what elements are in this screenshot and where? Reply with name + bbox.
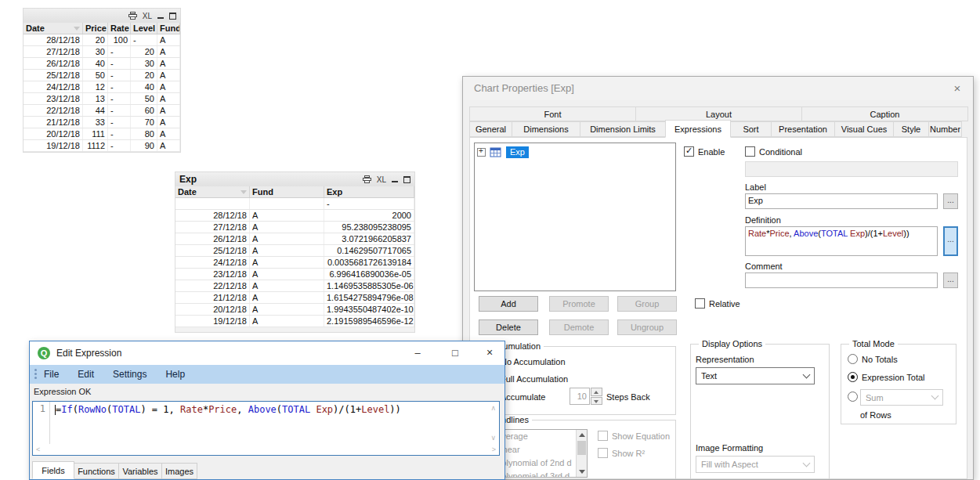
table-cell[interactable]: A — [250, 316, 324, 327]
column-header-date[interactable]: Date — [24, 23, 83, 34]
maximize-icon[interactable]: □ — [446, 345, 465, 362]
table-cell[interactable]: 20/12/18 — [175, 304, 250, 315]
table-cell[interactable]: 3.0721966205837 — [324, 233, 414, 244]
tab-fields[interactable]: Fields — [32, 461, 74, 479]
ungroup-button[interactable]: Ungroup — [617, 319, 677, 335]
minimize-icon[interactable] — [157, 17, 164, 19]
table-cell[interactable]: 50 — [131, 93, 157, 104]
enable-checkbox[interactable] — [684, 146, 694, 157]
tab-dimensions[interactable]: Dimensions — [512, 121, 580, 137]
table-cell[interactable]: 60 — [131, 105, 157, 116]
sum-of-rows-radio[interactable] — [848, 392, 858, 402]
table-cell[interactable]: 20 — [83, 34, 108, 45]
expression-code-line[interactable]: =If(RowNo(TOTAL) = 1, Rate*Price, Above(… — [55, 404, 401, 415]
table-cell[interactable]: 0.0035681726139184 — [324, 257, 414, 268]
steps-back-value[interactable]: 10 — [570, 388, 590, 405]
comment-ellipsis-button[interactable]: ... — [943, 272, 958, 288]
table-cell[interactable]: A — [250, 233, 324, 244]
table-cell[interactable]: 12 — [83, 81, 108, 92]
sum-dropdown[interactable]: Sum — [860, 389, 943, 406]
expression-tree-item[interactable]: Exp — [506, 146, 529, 158]
table-cell[interactable]: A — [157, 81, 180, 92]
table-cell[interactable]: 23/12/18 — [175, 269, 250, 280]
no-totals-radio[interactable] — [848, 354, 858, 364]
menu-help[interactable]: Help — [165, 369, 185, 380]
table-cell[interactable]: 24/12/18 — [24, 81, 83, 92]
table-cell[interactable]: 40 — [83, 58, 108, 69]
price-table-caption[interactable]: XL — [24, 9, 180, 23]
table-cell[interactable]: A — [250, 304, 324, 315]
table-cell[interactable]: 1.9943550487402e-10 — [324, 304, 414, 315]
add-button[interactable]: Add — [479, 296, 538, 312]
printer-icon[interactable] — [128, 12, 137, 20]
tab-style[interactable]: Style — [893, 121, 929, 137]
table-cell[interactable]: A — [250, 269, 324, 280]
table-cell[interactable]: 24/12/18 — [175, 257, 250, 268]
scroll-up-icon[interactable] — [577, 430, 587, 440]
table-cell[interactable]: A — [250, 280, 324, 291]
tab-caption[interactable]: Caption — [801, 106, 968, 121]
table-cell[interactable]: 95.238095238095 — [324, 222, 414, 233]
table-cell[interactable] — [175, 198, 250, 209]
table-cell[interactable]: A — [157, 117, 180, 128]
menu-edit[interactable]: Edit — [78, 369, 94, 380]
menu-file[interactable]: File — [44, 369, 59, 380]
table-cell[interactable]: 111 — [83, 128, 108, 139]
column-header-fund[interactable]: Fund — [157, 23, 180, 34]
table-cell[interactable]: 22/12/18 — [24, 105, 83, 116]
table-cell[interactable]: 28/12/18 — [175, 210, 250, 221]
table-cell[interactable]: 22/12/18 — [175, 280, 250, 291]
menubar-grip-icon[interactable] — [34, 369, 37, 371]
table-cell[interactable]: - — [108, 128, 131, 139]
scroll-up-icon[interactable]: ∧ — [490, 405, 496, 412]
table-cell[interactable]: A — [157, 34, 180, 45]
table-cell[interactable]: A — [157, 46, 180, 57]
table-cell[interactable]: 13 — [83, 93, 108, 104]
tab-number[interactable]: Number — [928, 121, 962, 137]
column-header-price[interactable]: Price — [83, 23, 108, 34]
table-cell[interactable]: 23/12/18 — [24, 93, 83, 104]
table-cell[interactable]: - — [324, 198, 414, 209]
table-cell[interactable]: - — [108, 46, 131, 57]
expand-plus-icon[interactable] — [477, 148, 486, 157]
scroll-left-icon[interactable]: < — [36, 446, 40, 453]
close-icon[interactable]: × — [480, 345, 499, 362]
table-cell[interactable]: - — [131, 34, 157, 45]
table-cell[interactable]: A — [157, 93, 180, 104]
tab-variables[interactable]: Variables — [118, 463, 162, 479]
table-cell[interactable]: - — [108, 58, 131, 69]
table-cell[interactable]: A — [250, 222, 324, 233]
expression-tree-row[interactable]: Exp — [475, 143, 675, 161]
table-cell[interactable]: 40 — [131, 81, 157, 92]
table-cell[interactable]: - — [108, 105, 131, 116]
table-cell[interactable]: 19/12/18 — [24, 140, 83, 151]
column-header-exp[interactable]: Exp — [324, 186, 414, 197]
table-cell[interactable]: 28/12/18 — [24, 34, 83, 45]
label-input[interactable]: Exp — [745, 193, 938, 209]
excel-export-icon[interactable]: XL — [143, 12, 152, 20]
scrollbar-thumb[interactable] — [577, 441, 586, 455]
representation-dropdown[interactable]: Text — [696, 367, 815, 384]
exp-table-caption[interactable]: Exp XL — [175, 172, 414, 186]
table-cell[interactable]: 6.996416890036e-05 — [324, 269, 414, 280]
table-cell[interactable]: 20 — [131, 70, 157, 81]
scroll-down-icon[interactable]: ∨ — [490, 435, 496, 442]
table-cell[interactable]: A — [157, 70, 180, 81]
table-cell[interactable]: 100 — [108, 34, 131, 45]
table-cell[interactable]: - — [108, 93, 131, 104]
table-cell[interactable]: 1112 — [83, 140, 108, 151]
demote-button[interactable]: Demote — [549, 319, 609, 335]
expression-editor[interactable]: 1 =If(RowNo(TOTAL) = 1, Rate*Price, Abov… — [32, 401, 500, 456]
column-header-date[interactable]: Date — [175, 186, 250, 197]
table-cell[interactable]: 80 — [131, 128, 157, 139]
edit-expression-titlebar[interactable]: Edit Expression – □ × — [30, 341, 504, 365]
table-cell[interactable]: 2000 — [324, 210, 414, 221]
steps-back-spinner[interactable]: 10 — [570, 388, 602, 405]
show-equation-checkbox[interactable] — [598, 431, 608, 441]
table-cell[interactable]: 20/12/18 — [24, 128, 83, 139]
table-cell[interactable]: A — [250, 245, 324, 256]
show-r2-checkbox[interactable] — [598, 448, 608, 458]
definition-input[interactable]: Rate*Price, Above(TOTAL Exp)/(1+Level)) — [745, 226, 938, 256]
table-cell[interactable]: A — [157, 140, 180, 151]
table-cell[interactable]: - — [108, 117, 131, 128]
